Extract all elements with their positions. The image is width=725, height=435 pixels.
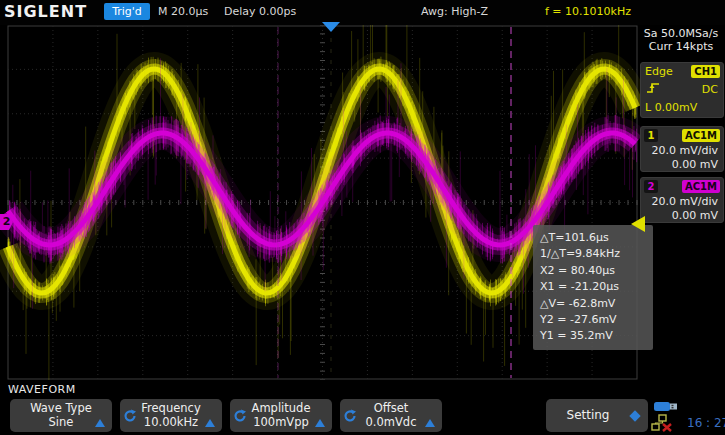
delta-t-readout: △T=101.6μs xyxy=(540,230,653,246)
wave-type-button[interactable]: Wave Type Sine xyxy=(10,399,112,432)
up-arrow-icon xyxy=(425,419,435,427)
up-arrow-icon xyxy=(315,419,325,427)
ch2-coupling-badge: AC1M xyxy=(682,180,720,193)
up-arrow-icon xyxy=(95,419,105,427)
acquisition-info: Sa 50.0MSa/s Curr 14kpts xyxy=(637,27,725,53)
amplitude-button[interactable]: Amplitude 100mVpp xyxy=(230,399,332,432)
ch2-number: 2 xyxy=(644,180,658,193)
menu-button-label: Wave Type xyxy=(10,402,112,416)
ch1-number: 1 xyxy=(644,129,658,142)
trigger-coupling: DC xyxy=(702,81,718,99)
menu-title: WAVEFORM xyxy=(8,383,76,396)
cursor-readout-box: △T=101.6μs 1/△T=9.84kHz X2 = 80.40μs X1 … xyxy=(533,225,653,350)
ch1-offset: 0.00 mV xyxy=(641,158,723,172)
menu-button-label: Offset xyxy=(340,402,442,416)
y2-readout: Y2 = -27.6mV xyxy=(540,312,653,328)
trigger-source-badge: CH1 xyxy=(691,65,720,78)
trigger-level: L 0.00mV xyxy=(641,99,723,117)
offset-button[interactable]: Offset 0.0mVdc xyxy=(340,399,442,432)
trigger-status-badge[interactable]: Trig'd xyxy=(104,3,150,20)
setting-button[interactable]: Setting xyxy=(546,399,648,432)
awg-status[interactable]: Awg: High-Z xyxy=(421,5,488,18)
trigger-type: Edge xyxy=(645,65,673,78)
clock-readout: 16 : 27 xyxy=(687,416,725,430)
trigger-level-marker-icon[interactable] xyxy=(631,216,645,232)
ch2-scale: 20.0 mV/div xyxy=(641,195,723,209)
up-arrow-icon xyxy=(205,419,215,427)
menu-button-label: Frequency xyxy=(120,402,222,416)
channel2-panel[interactable]: 2 AC1M 20.0 mV/div 0.00 mV xyxy=(640,177,724,223)
trigger-panel[interactable]: Edge CH1 DC L 0.00mV xyxy=(640,62,724,118)
submenu-diamond-icon xyxy=(629,410,640,421)
inv-delta-t-readout: 1/△T=9.84kHz xyxy=(540,246,653,262)
ch2-offset: 0.00 mV xyxy=(641,209,723,223)
ch1-scale: 20.0 mV/div xyxy=(641,144,723,158)
delay-readout[interactable]: Delay 0.00ps xyxy=(224,5,296,18)
setting-button-label: Setting xyxy=(546,399,630,432)
ch1-coupling-badge: AC1M xyxy=(682,129,720,142)
frequency-button[interactable]: Frequency 10.00kHz xyxy=(120,399,222,432)
y1-readout: Y1 = 35.2mV xyxy=(540,328,653,344)
x2-readout: X2 = 80.40μs xyxy=(540,263,653,279)
menu-button-label: Amplitude xyxy=(230,402,332,416)
x1-readout: X1 = -21.20μs xyxy=(540,279,653,295)
sample-rate: Sa 50.0MSa/s xyxy=(644,27,718,40)
network-error-icon xyxy=(651,414,675,435)
top-status-bar: SIGLENT Trig'd M 20.0μs Delay 0.00ps Awg… xyxy=(0,0,725,25)
rising-edge-icon xyxy=(645,81,661,95)
memory-depth: Curr 14kpts xyxy=(649,40,713,53)
delta-v-readout: △V= -62.8mV xyxy=(540,296,653,312)
timebase-readout[interactable]: M 20.0μs xyxy=(158,5,208,18)
trigger-position-marker-icon[interactable] xyxy=(322,22,340,32)
frequency-counter: f = 10.1010kHz xyxy=(545,5,631,18)
channel1-panel[interactable]: 1 AC1M 20.0 mV/div 0.00 mV xyxy=(640,126,724,172)
brand-logo: SIGLENT xyxy=(4,2,87,21)
